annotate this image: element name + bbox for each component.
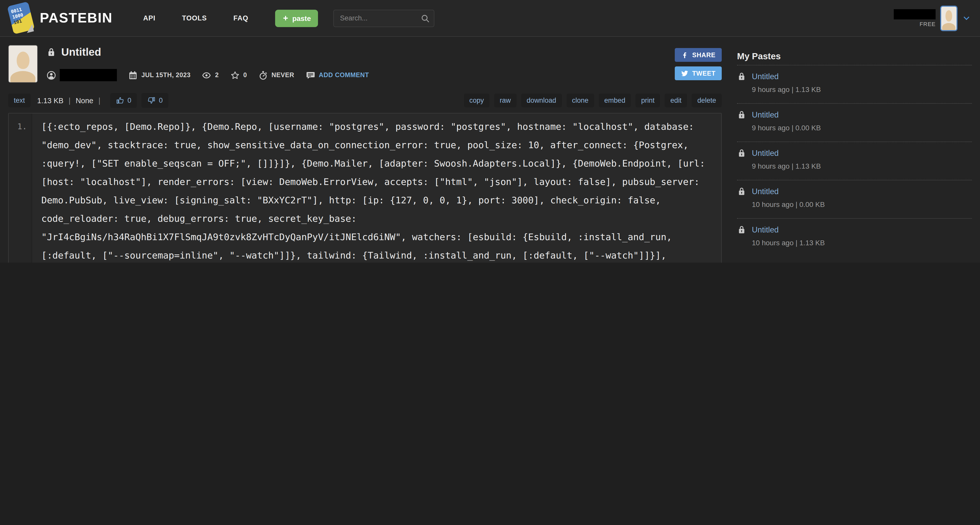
paste-category: None — [76, 96, 93, 104]
clone-action[interactable]: clone — [566, 94, 594, 107]
views-count: 2 — [215, 72, 219, 79]
paste-link[interactable]: Untitled — [752, 110, 779, 119]
search-box — [333, 10, 434, 27]
main-menu: API TOOLS FAQ — [143, 14, 248, 22]
nav-item-api[interactable]: API — [143, 14, 156, 22]
redacted-author-name[interactable] — [60, 69, 117, 81]
user-icon — [46, 70, 56, 80]
search-input[interactable] — [333, 10, 434, 27]
paste-author-avatar[interactable] — [8, 45, 38, 83]
like-count: 0 — [127, 97, 131, 104]
pastebin-logo[interactable]: 00111000101 — [9, 2, 35, 34]
lock-icon — [737, 186, 746, 197]
lock-icon — [737, 148, 746, 158]
line-number: 1. — [9, 113, 32, 263]
facebook-icon — [681, 51, 689, 59]
plan-badge: FREE — [920, 21, 935, 27]
paste-title: Untitled — [61, 46, 101, 58]
paste-link[interactable]: Untitled — [752, 225, 779, 234]
list-item: Untitled 9 hours ago | 1.13 KB — [737, 65, 972, 100]
embed-action[interactable]: embed — [599, 94, 631, 107]
new-paste-label: paste — [292, 14, 311, 22]
edit-action[interactable]: edit — [665, 94, 687, 107]
add-comment-link[interactable]: ADD COMMENT — [319, 72, 369, 79]
brand-title[interactable]: PASTEBIN — [40, 10, 113, 26]
page: 00111000101 PASTEBIN API TOOLS FAQ paste… — [0, 0, 980, 263]
stars-count: 0 — [243, 72, 247, 79]
views-icon — [202, 70, 212, 80]
code-text: [{:ecto_repos, [Demo.Repo]}, {Demo.Repo,… — [41, 121, 711, 263]
expire-value: NEVER — [272, 72, 294, 79]
private-lock-icon — [46, 46, 56, 58]
main-column: Untitled JUL 15TH, 2023 2 — [8, 37, 722, 263]
expire-timer-icon — [258, 70, 268, 80]
sidebar: My Pastes Untitled 9 hours ago | 1.13 KB… — [737, 37, 972, 263]
search-icon[interactable] — [421, 14, 430, 23]
dislike-count: 0 — [159, 97, 162, 104]
download-action[interactable]: download — [521, 94, 562, 107]
paste-link[interactable]: Untitled — [752, 72, 779, 81]
nav-item-faq[interactable]: FAQ — [234, 14, 248, 22]
format-chip[interactable]: text — [8, 94, 30, 107]
star-icon[interactable] — [230, 70, 240, 80]
paste-meta: 9 hours ago | 1.13 KB — [752, 85, 972, 94]
twitter-icon — [681, 70, 689, 77]
list-item: Untitled 9 hours ago | 1.13 KB — [737, 142, 972, 177]
twitter-tweet-button[interactable]: TWEET — [675, 66, 722, 80]
paste-code-viewer: 1. [{:ecto_repos, [Demo.Repo]}, {Demo.Re… — [8, 113, 722, 263]
top-nav: 00111000101 PASTEBIN API TOOLS FAQ paste… — [0, 0, 980, 37]
lock-icon — [737, 71, 746, 82]
list-item: Untitled 10 hours ago | 1.13 KB — [737, 219, 972, 254]
paste-meta-row: JUL 15TH, 2023 2 0 NEVER — [46, 69, 675, 81]
lock-icon — [737, 109, 746, 120]
dislike-button[interactable]: 0 — [142, 93, 168, 108]
paste-code-content[interactable]: [{:ecto_repos, [Demo.Repo]}, {Demo.Repo,… — [32, 113, 721, 263]
paste-size: 1.13 KB — [37, 96, 64, 104]
chevron-down-icon[interactable] — [962, 14, 971, 22]
tweet-label: TWEET — [692, 70, 716, 77]
account-avatar[interactable] — [940, 5, 958, 31]
paste-meta: 10 hours ago | 0.00 KB — [752, 200, 972, 209]
paste-link[interactable]: Untitled — [752, 187, 779, 196]
copy-action[interactable]: copy — [464, 94, 490, 107]
my-pastes-heading: My Pastes — [737, 51, 972, 62]
lock-icon — [737, 224, 746, 235]
account-area: FREE — [894, 5, 971, 31]
raw-action[interactable]: raw — [494, 94, 517, 107]
calendar-icon — [128, 70, 138, 80]
share-buttons: SHARE TWEET — [675, 45, 722, 83]
nav-item-tools[interactable]: TOOLS — [182, 14, 207, 22]
delete-action[interactable]: delete — [692, 94, 722, 107]
list-item: Untitled 9 hours ago | 0.00 KB — [737, 104, 972, 139]
plus-icon — [282, 15, 289, 21]
paste-link[interactable]: Untitled — [752, 148, 779, 158]
paste-meta: 10 hours ago | 1.13 KB — [752, 239, 972, 247]
facebook-share-button[interactable]: SHARE — [675, 48, 722, 62]
redacted-username — [894, 9, 935, 19]
like-button[interactable]: 0 — [110, 93, 137, 108]
thumb-up-icon — [116, 96, 124, 105]
share-label: SHARE — [692, 51, 716, 59]
list-item: Untitled 10 hours ago | 0.00 KB — [737, 180, 972, 215]
paste-date: JUL 15TH, 2023 — [142, 72, 191, 79]
comment-icon — [305, 70, 315, 80]
thumb-down-icon — [147, 96, 156, 105]
print-action[interactable]: print — [635, 94, 660, 107]
new-paste-button[interactable]: paste — [275, 10, 318, 27]
paste-meta: 9 hours ago | 1.13 KB — [752, 162, 972, 170]
paste-meta: 9 hours ago | 0.00 KB — [752, 124, 972, 132]
paste-toolbar: text 1.13 KB | None | 0 0 — [8, 93, 722, 108]
paste-header: Untitled JUL 15TH, 2023 2 — [8, 37, 722, 83]
